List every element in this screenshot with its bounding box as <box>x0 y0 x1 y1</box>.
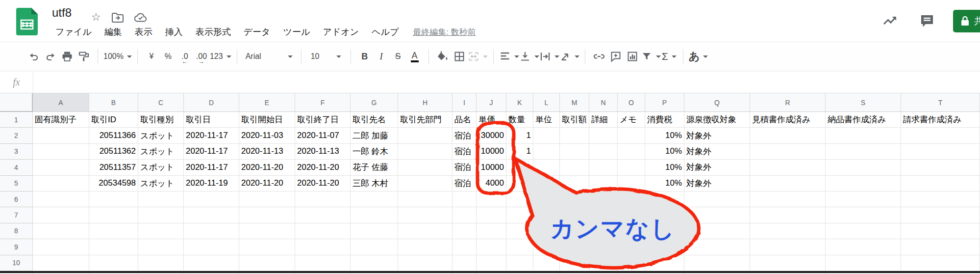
cell-H10[interactable] <box>398 255 452 271</box>
cell-E2[interactable]: 2020-11-03 <box>239 128 295 143</box>
cell-I1[interactable]: 品名 <box>452 112 477 128</box>
last-edit-link[interactable]: 最終編集: 数秒前 <box>413 27 476 38</box>
cell-B9[interactable] <box>89 239 138 255</box>
cell-T7[interactable] <box>901 207 980 223</box>
cell-N8[interactable] <box>589 223 618 239</box>
insert-chart-button[interactable] <box>624 47 641 66</box>
borders-button[interactable] <box>451 47 468 66</box>
cell-J5[interactable]: 4000 <box>477 176 506 192</box>
cell-C4[interactable]: スポット <box>138 160 184 175</box>
cell-B4[interactable]: 20511357 <box>89 160 138 175</box>
cell-O5[interactable] <box>618 176 645 192</box>
redo-button[interactable] <box>42 47 59 66</box>
cell-N4[interactable] <box>589 160 618 175</box>
cell-I6[interactable] <box>452 192 477 207</box>
column-header-Q[interactable]: Q <box>684 93 750 112</box>
cell-D9[interactable] <box>184 239 239 255</box>
cell-L4[interactable] <box>533 160 560 175</box>
menu-tools[interactable]: ツール <box>277 25 317 39</box>
cell-C9[interactable] <box>138 239 184 255</box>
cell-F8[interactable] <box>295 223 351 239</box>
insights-icon[interactable] <box>882 13 897 27</box>
sheets-logo-icon[interactable] <box>16 8 38 35</box>
cell-Q5[interactable]: 対象外 <box>684 176 750 192</box>
cell-T8[interactable] <box>901 223 980 239</box>
cell-S2[interactable] <box>826 128 901 143</box>
cell-S9[interactable] <box>826 239 901 255</box>
cell-E7[interactable] <box>239 207 295 223</box>
cloud-saved-icon[interactable] <box>134 13 147 22</box>
cell-L3[interactable] <box>533 144 560 160</box>
cell-H8[interactable] <box>398 223 452 239</box>
cell-I3[interactable]: 宿泊 <box>452 144 477 160</box>
cell-O8[interactable] <box>618 223 645 239</box>
cell-F9[interactable] <box>295 239 351 255</box>
functions-button[interactable]: Σ <box>661 47 678 66</box>
cell-N5[interactable] <box>589 176 618 192</box>
cell-I2[interactable]: 宿泊 <box>452 128 477 143</box>
cell-H5[interactable] <box>398 176 452 192</box>
cell-H1[interactable]: 取引先部門 <box>398 112 452 128</box>
menu-format[interactable]: 表示形式 <box>189 25 237 39</box>
italic-button[interactable]: I <box>373 47 390 66</box>
decrease-decimal-button[interactable]: .0← <box>176 47 193 66</box>
star-icon[interactable]: ☆ <box>91 12 101 23</box>
cell-D4[interactable]: 2020-11-17 <box>184 160 239 175</box>
cell-M6[interactable] <box>560 192 589 207</box>
horizontal-align-button[interactable] <box>499 47 519 66</box>
print-button[interactable] <box>59 47 75 66</box>
cell-A7[interactable] <box>33 207 89 223</box>
cell-N3[interactable] <box>589 144 618 160</box>
cell-F6[interactable] <box>295 192 351 207</box>
cell-D3[interactable]: 2020-11-17 <box>184 144 239 160</box>
cell-G1[interactable]: 取引先名 <box>351 112 398 128</box>
cell-R1[interactable]: 見積書作成済み <box>750 112 826 128</box>
cell-I9[interactable] <box>452 239 477 255</box>
cell-Q8[interactable] <box>684 223 750 239</box>
cell-P6[interactable] <box>645 192 684 207</box>
cell-G7[interactable] <box>351 207 398 223</box>
column-header-S[interactable]: S <box>826 93 901 112</box>
cell-Q7[interactable] <box>684 207 750 223</box>
column-header-B[interactable]: B <box>89 93 138 112</box>
cell-D5[interactable]: 2020-11-19 <box>184 176 239 192</box>
cell-A1[interactable]: 固有識別子 <box>33 112 89 128</box>
cell-R3[interactable] <box>750 144 826 160</box>
cell-K4[interactable]: 1 <box>506 160 533 175</box>
cell-D7[interactable] <box>184 207 239 223</box>
cell-T6[interactable] <box>901 192 980 207</box>
row-header-9[interactable]: 9 <box>0 239 33 255</box>
cell-M4[interactable] <box>560 160 589 175</box>
cell-O9[interactable] <box>618 239 645 255</box>
undo-button[interactable] <box>25 47 42 66</box>
cell-F3[interactable]: 2020-11-13 <box>295 144 351 160</box>
cell-Q9[interactable] <box>684 239 750 255</box>
cell-A5[interactable] <box>33 176 89 192</box>
cell-H4[interactable] <box>398 160 452 175</box>
cell-G4[interactable]: 花子 佐藤 <box>351 160 398 175</box>
row-header-1[interactable]: 1 <box>0 112 33 128</box>
move-folder-icon[interactable] <box>112 13 124 23</box>
column-header-H[interactable]: H <box>398 93 452 112</box>
cell-B10[interactable] <box>89 255 138 271</box>
cell-B8[interactable] <box>89 223 138 239</box>
cell-M7[interactable] <box>560 207 589 223</box>
column-header-O[interactable]: O <box>618 93 645 112</box>
menu-data[interactable]: データ <box>237 25 277 39</box>
cell-R8[interactable] <box>750 223 826 239</box>
cell-A10[interactable] <box>33 255 89 271</box>
cell-R6[interactable] <box>750 192 826 207</box>
row-header-7[interactable]: 7 <box>0 207 33 223</box>
cell-D6[interactable] <box>184 192 239 207</box>
menu-help[interactable]: ヘルプ <box>365 25 405 39</box>
cell-E5[interactable]: 2020-11-20 <box>239 176 295 192</box>
cell-L1[interactable]: 単位 <box>533 112 560 128</box>
column-header-D[interactable]: D <box>184 93 239 112</box>
column-header-F[interactable]: F <box>295 93 351 112</box>
cell-G5[interactable]: 三郎 木村 <box>351 176 398 192</box>
cell-I10[interactable] <box>452 255 477 271</box>
text-rotation-button[interactable] <box>559 47 579 66</box>
cell-J10[interactable] <box>477 255 506 271</box>
cell-M9[interactable] <box>560 239 589 255</box>
cell-E4[interactable]: 2020-11-20 <box>239 160 295 175</box>
